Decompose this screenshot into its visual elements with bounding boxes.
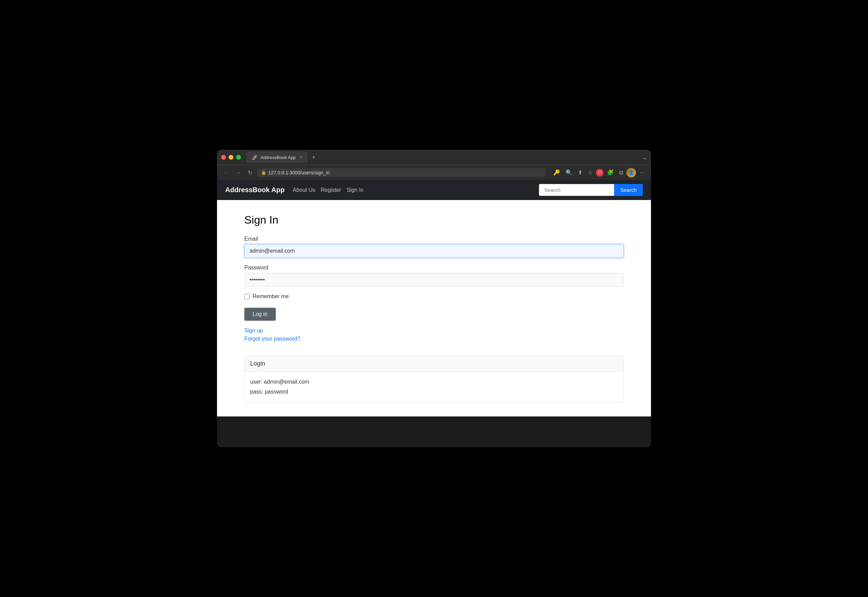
remember-checkbox[interactable]: [244, 294, 250, 299]
sidebar-icon[interactable]: ⧉: [617, 168, 625, 177]
login-info-box: Login user: admin@email.com pass: passwo…: [244, 356, 624, 403]
active-tab[interactable]: 🚀 AddressBook App ×: [246, 151, 308, 163]
title-bar: 🚀 AddressBook App × + ⌄: [217, 150, 651, 165]
password-label: Password: [244, 265, 624, 271]
bookmark-icon[interactable]: ☆: [586, 168, 595, 177]
key-icon[interactable]: 🔑: [551, 168, 562, 177]
login-info-header: Login: [245, 356, 623, 372]
more-options-icon[interactable]: ⋯: [637, 168, 647, 177]
search-input[interactable]: [539, 184, 614, 196]
forward-button[interactable]: →: [233, 168, 243, 177]
reload-button[interactable]: ↻: [246, 168, 254, 177]
remember-group: Remember me: [244, 293, 624, 300]
close-button[interactable]: [221, 155, 226, 160]
search-icon[interactable]: 🔍: [563, 168, 575, 177]
browser-window: 🚀 AddressBook App × + ⌄ ← → ↻ 🔒 127.0.0.…: [217, 150, 651, 447]
tab-title: AddressBook App: [261, 155, 296, 160]
lock-icon: 🔒: [261, 170, 266, 175]
back-button[interactable]: ←: [221, 168, 231, 177]
chevron-down-icon: ⌄: [643, 154, 647, 161]
page-content: AddressBook App About Us Register Sign I…: [217, 180, 651, 416]
share-icon[interactable]: ⬆: [576, 168, 584, 177]
nav-signin-link[interactable]: Sign In: [347, 187, 364, 193]
shield-icon[interactable]: 🛡: [596, 169, 603, 177]
maximize-button[interactable]: [236, 155, 241, 160]
password-group: Password: [244, 265, 624, 287]
forgot-password-link[interactable]: Forgot your password?: [244, 336, 624, 342]
main-content: Sign In Email Password Remember me Log i…: [217, 200, 651, 416]
login-info-user: user: admin@email.com: [250, 377, 618, 387]
login-info-pass: pass: password: [250, 387, 618, 397]
email-group: Email: [244, 236, 624, 258]
url-text: 127.0.0.1:3000/users/sign_in: [268, 170, 330, 175]
email-input[interactable]: [244, 244, 624, 258]
email-label: Email: [244, 236, 624, 242]
app-nav-links: About Us Register Sign In: [293, 187, 531, 193]
nav-register-link[interactable]: Register: [321, 187, 341, 193]
tab-close-icon[interactable]: ×: [300, 155, 302, 160]
sign-up-link[interactable]: Sign up: [244, 328, 624, 334]
nav-about-link[interactable]: About Us: [293, 187, 316, 193]
login-info-body: user: admin@email.com pass: password: [245, 372, 623, 402]
minimize-button[interactable]: [229, 155, 233, 160]
login-button[interactable]: Log in: [244, 308, 276, 321]
address-field[interactable]: 🔒 127.0.0.1:3000/users/sign_in: [257, 168, 546, 177]
search-area: Search: [539, 184, 643, 196]
password-input[interactable]: [244, 273, 624, 287]
address-bar: ← → ↻ 🔒 127.0.0.1:3000/users/sign_in 🔑 🔍…: [217, 165, 651, 180]
traffic-lights: [221, 155, 241, 160]
remember-label: Remember me: [253, 293, 289, 300]
profile-avatar[interactable]: 👤: [627, 168, 636, 177]
browser-actions: 🔑 🔍 ⬆ ☆ 🛡 🧩 ⧉ 👤 ⋯: [551, 168, 647, 177]
new-tab-button[interactable]: +: [309, 154, 318, 161]
tab-favicon-icon: 🚀: [252, 154, 258, 160]
app-navbar: AddressBook App About Us Register Sign I…: [217, 180, 651, 200]
app-brand-link[interactable]: AddressBook App: [225, 186, 285, 194]
extensions-icon[interactable]: 🧩: [605, 168, 616, 177]
tab-bar: 🚀 AddressBook App × +: [246, 151, 640, 163]
page-title: Sign In: [244, 214, 624, 226]
search-button[interactable]: Search: [614, 184, 643, 196]
